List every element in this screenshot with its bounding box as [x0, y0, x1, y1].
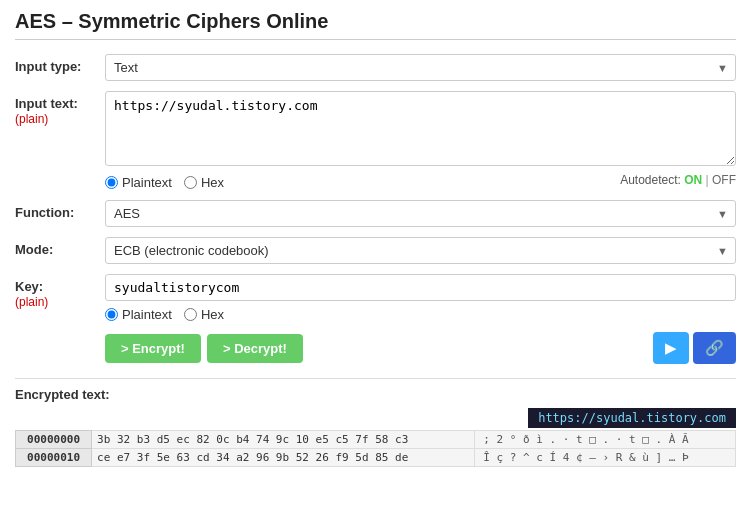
hex-data-cell: 3b 32 b3 d5 ec 82 0c b4 74 9c 10 e5 c5 7…: [92, 431, 475, 449]
input-type-select[interactable]: Text Hex Base64: [105, 54, 736, 81]
encrypt-button[interactable]: > Encrypt!: [105, 334, 201, 363]
mode-select[interactable]: ECB (electronic codebook) CBC (cipher bl…: [105, 237, 736, 264]
key-label: Key: (plain): [15, 274, 105, 309]
decrypt-button[interactable]: > Decrypt!: [207, 334, 303, 363]
input-text-sublabel: (plain): [15, 112, 48, 126]
key-plaintext-radio[interactable]: [105, 308, 118, 321]
share-button[interactable]: 🔗: [693, 332, 736, 364]
function-label: Function:: [15, 200, 105, 220]
plaintext-radio[interactable]: [105, 176, 118, 189]
function-select-wrapper: AES DES 3DES Blowfish ▼: [105, 200, 736, 227]
input-text-area[interactable]: https://syudal.tistory.com: [105, 91, 736, 166]
page-title: AES – Symmetric Ciphers Online: [15, 10, 736, 40]
mode-label: Mode:: [15, 237, 105, 257]
mode-select-wrapper: ECB (electronic codebook) CBC (cipher bl…: [105, 237, 736, 264]
address-cell: 00000000: [16, 431, 92, 449]
autodetect-row: Autodetect: ON | OFF: [620, 173, 736, 187]
watermark-bar: https://syudal.tistory.com: [528, 408, 736, 428]
autodetect-off[interactable]: OFF: [712, 173, 736, 187]
input-type-select-wrapper: Text Hex Base64 ▼: [105, 54, 736, 81]
table-row: 00000000 3b 32 b3 d5 ec 82 0c b4 74 9c 1…: [16, 431, 736, 449]
key-plaintext-radio-label[interactable]: Plaintext: [105, 307, 172, 322]
address-cell: 00000010: [16, 449, 92, 467]
char-cell: ; 2 ° ð ì . · t □ . · t □ . À Ã: [475, 431, 736, 449]
hex-data-cell: ce e7 3f 5e 63 cd 34 a2 96 9b 52 26 f9 5…: [92, 449, 475, 467]
key-sublabel: (plain): [15, 295, 48, 309]
encrypted-section: Encrypted text: https://syudal.tistory.c…: [15, 387, 736, 467]
input-encoding-row: Plaintext Hex: [105, 175, 224, 190]
key-input[interactable]: [105, 274, 736, 301]
autodetect-sep: |: [706, 173, 709, 187]
char-cell: Î ç ? ^ c Í 4 ¢ – › R & ù ] … Þ: [475, 449, 736, 467]
key-hex-radio-label[interactable]: Hex: [184, 307, 224, 322]
key-encoding-row: Plaintext Hex: [105, 307, 736, 322]
function-select[interactable]: AES DES 3DES Blowfish: [105, 200, 736, 227]
input-type-label: Input type:: [15, 54, 105, 74]
encrypted-label: Encrypted text:: [15, 387, 736, 402]
hex-radio-label[interactable]: Hex: [184, 175, 224, 190]
hex-table: 00000000 3b 32 b3 d5 ec 82 0c b4 74 9c 1…: [15, 430, 736, 467]
plaintext-radio-label[interactable]: Plaintext: [105, 175, 172, 190]
table-row: 00000010 ce e7 3f 5e 63 cd 34 a2 96 9b 5…: [16, 449, 736, 467]
input-text-label: Input text: (plain): [15, 91, 105, 126]
autodetect-on[interactable]: ON: [684, 173, 702, 187]
hex-radio[interactable]: [184, 176, 197, 189]
key-hex-radio[interactable]: [184, 308, 197, 321]
divider: [15, 378, 736, 379]
play-button[interactable]: ▶: [653, 332, 689, 364]
